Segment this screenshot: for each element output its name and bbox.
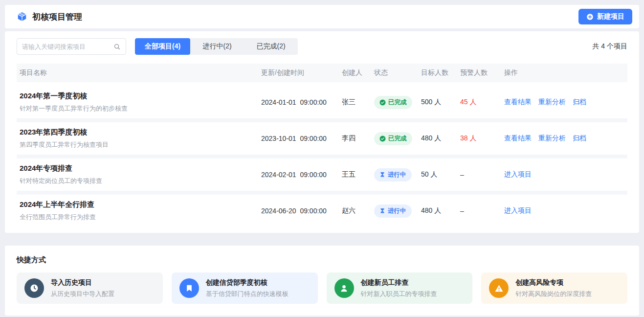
col-project-name: 项目名称 [17,68,261,77]
project-list-panel: 全部项目(4) 进行中(2) 已完成(2) 共 4 个项目 项目名称 更新/创建… [5,31,639,233]
bookmark-icon [179,278,199,298]
filter-tabs: 全部项目(4) 进行中(2) 已完成(2) [135,38,298,55]
time-cell: 2024-02-01 09:00:00 [261,171,342,179]
time-cell: 2024-06-20 09:00:00 [261,207,342,215]
creator-cell: 李四 [342,134,374,143]
shortcut-desc: 针对新入职员工的专项排查 [361,290,437,298]
table-row: 2024年第一季度初核 针对第一季度员工异常行为的初步核查 2024-01-01… [17,86,627,118]
archive-link[interactable]: 归档 [573,134,586,143]
project-title: 2023年第四季度初核 [20,128,261,137]
status-cell: 进行中 [374,204,421,218]
view-results-link[interactable]: 查看结果 [504,98,532,107]
target-count-cell: 500 人 [421,98,460,107]
reanalyze-link[interactable]: 重新分析 [538,98,566,107]
shortcut-new-employee-screening[interactable]: 创建新员工排查 针对新入职员工的专项排查 [327,272,473,304]
col-target: 目标人数 [421,68,460,77]
status-badge: 进行中 [374,204,412,218]
shortcut-high-risk-special[interactable]: 创建高风险专项 针对高风险岗位的深度排查 [481,272,627,304]
reanalyze-link[interactable]: 重新分析 [538,134,566,143]
shortcut-text: 创建信贷部季度初核 基于信贷部门特点的快速模板 [206,278,289,298]
time-cell: 2024-01-01 09:00:00 [261,98,342,106]
actions-cell: 查看结果 重新分析 归档 [504,134,627,143]
search-input[interactable] [22,43,113,50]
history-clock-icon [24,278,44,298]
toolbar: 全部项目(4) 进行中(2) 已完成(2) 共 4 个项目 [17,38,627,55]
enter-project-link[interactable]: 进入项目 [504,206,532,215]
header-left: 初核项目管理 [17,11,82,23]
project-name-cell: 2024年上半年全行排查 全行范围员工异常行为排查 [17,200,261,222]
shortcut-import-history[interactable]: 导入历史项目 从历史项目中导入配置 [17,272,163,304]
status-label: 进行中 [388,171,406,179]
warning-triangle-icon [489,278,509,298]
shortcut-title: 导入历史项目 [51,278,114,287]
cube-icon [17,11,27,22]
project-description: 第四季度员工异常行为核查项目 [20,140,261,149]
project-title: 2024年专项排查 [20,164,261,173]
target-count-cell: 480 人 [421,206,460,215]
project-name-cell: 2024年专项排查 针对特定岗位员工的专项排查 [17,164,261,185]
archive-link[interactable]: 归档 [573,98,586,107]
status-badge: 进行中 [374,168,412,181]
shortcut-credit-dept-review[interactable]: 创建信贷部季度初核 基于信贷部门特点的快速模板 [172,272,318,304]
status-label: 已完成 [388,98,407,107]
time-cell: 2023-10-01 09:00:00 [261,135,342,142]
status-label: 已完成 [388,135,407,143]
tab-in-progress[interactable]: 进行中(2) [190,38,244,55]
col-time: 更新/创建时间 [261,68,342,77]
page: 初核项目管理 新建项目 [0,0,644,317]
tab-completed[interactable]: 已完成(2) [244,38,298,55]
shortcut-desc: 基于信贷部门特点的快速模板 [206,290,289,298]
shortcut-title: 创建高风险专项 [515,278,592,287]
total-count: 共 4 个项目 [592,42,627,51]
project-title: 2024年第一季度初核 [20,91,261,101]
new-project-label: 新建项目 [597,12,624,21]
status-badge: 已完成 [374,132,412,145]
col-warning: 预警人数 [460,68,504,77]
table-row: 2024年专项排查 针对特定岗位员工的专项排查 2024-02-01 09:00… [17,158,627,191]
shortcuts-panel: 快捷方式 导入历史项目 从历史项目中导入配置 [5,246,639,316]
shortcut-text: 创建高风险专项 针对高风险岗位的深度排查 [515,278,592,298]
status-cell: 进行中 [374,168,421,181]
enter-project-link[interactable]: 进入项目 [504,170,532,179]
tab-all-projects[interactable]: 全部项目(4) [135,38,190,55]
status-cell: 已完成 [374,96,421,109]
header-bar: 初核项目管理 新建项目 [5,5,639,28]
shortcut-desc: 针对高风险岗位的深度排查 [515,290,592,298]
col-actions: 操作 [504,68,627,77]
hourglass-icon [379,208,385,214]
creator-cell: 王五 [342,170,374,179]
shortcut-desc: 从历史项目中导入配置 [51,290,114,298]
check-circle-icon [379,99,386,106]
status-cell: 已完成 [374,132,421,145]
actions-cell: 查看结果 重新分析 归档 [504,98,627,107]
creator-cell: 张三 [342,98,374,107]
target-count-cell: 50 人 [421,170,460,179]
view-results-link[interactable]: 查看结果 [504,134,532,143]
warning-count-cell: – [460,171,504,179]
creator-cell: 赵六 [342,206,374,215]
shortcut-title: 创建信贷部季度初核 [206,278,289,287]
search-icon[interactable] [113,43,121,50]
project-title: 2024年上半年全行排查 [20,200,261,209]
shortcuts-grid: 导入历史项目 从历史项目中导入配置 创建信贷部季度初核 基于信贷部门特点的快速模… [17,272,627,304]
shortcut-title: 创建新员工排查 [361,278,437,287]
hourglass-icon [379,172,385,178]
table-row: 2024年上半年全行排查 全行范围员工异常行为排查 2024-06-20 09:… [17,195,627,227]
table-body: 2024年第一季度初核 针对第一季度员工异常行为的初步核查 2024-01-01… [17,86,627,227]
warning-count-cell: 45 人 [460,98,504,107]
shortcut-text: 导入历史项目 从历史项目中导入配置 [51,278,114,298]
check-circle-icon [379,136,386,142]
project-name-cell: 2023年第四季度初核 第四季度员工异常行为核查项目 [17,128,261,149]
project-description: 全行范围员工异常行为排查 [20,213,261,222]
col-status: 状态 [374,68,421,77]
search-box[interactable] [17,38,126,55]
actions-cell: 进入项目 [504,170,627,179]
target-count-cell: 480 人 [421,134,460,143]
shortcuts-title: 快捷方式 [17,255,627,265]
person-icon [334,278,354,298]
project-name-cell: 2024年第一季度初核 针对第一季度员工异常行为的初步核查 [17,91,261,113]
new-project-button[interactable]: 新建项目 [578,9,632,24]
project-description: 针对特定岗位员工的专项排查 [20,177,261,185]
col-creator: 创建人 [342,68,374,77]
table-header: 项目名称 更新/创建时间 创建人 状态 目标人数 预警人数 操作 [17,64,627,82]
